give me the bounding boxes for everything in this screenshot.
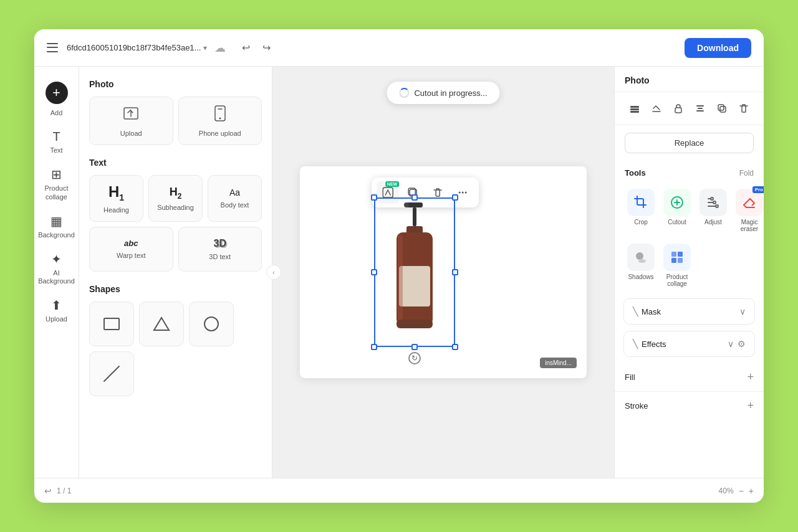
tool-product-collage[interactable]: Product collage	[661, 240, 693, 291]
tool-shadows[interactable]: Shadows	[625, 240, 657, 291]
toolbar-item-background[interactable]: ▦ Background	[39, 209, 74, 244]
zoom-out-button[interactable]: −	[739, 486, 744, 496]
handle-middle-right[interactable]	[452, 269, 458, 275]
subheading-item[interactable]: H2 Subheading	[148, 175, 203, 222]
file-title[interactable]: 6fdcd160051019bc18f73b4fe53ae1... ▾	[67, 43, 207, 52]
svg-rect-25	[698, 108, 703, 109]
mask-title: Mask	[642, 307, 739, 316]
svg-point-9	[462, 192, 464, 194]
stroke-label: Stroke	[625, 401, 648, 411]
layers-icon-button[interactable]	[625, 98, 644, 118]
effects-settings-icon: ⚙	[738, 339, 746, 349]
effects-title: Effects	[642, 340, 728, 349]
svg-rect-26	[696, 110, 704, 112]
zoom-in-button[interactable]: +	[749, 486, 754, 496]
fold-button[interactable]: Fold	[739, 169, 754, 178]
crop-icon-box	[627, 189, 655, 216]
undo-bottom-button[interactable]: ↩	[44, 486, 52, 496]
download-button[interactable]: Download	[685, 38, 751, 58]
header-left: 6fdcd160051019bc18f73b4fe53ae1... ▾ ☁	[47, 41, 226, 55]
tool-crop[interactable]: Crop	[625, 185, 657, 236]
svg-rect-12	[413, 207, 416, 226]
left-panel-wrapper: Photo Upload Phone upload	[79, 67, 272, 478]
replace-button[interactable]: Replace	[625, 133, 754, 153]
animate-icon-button[interactable]	[647, 98, 666, 118]
body-text-item[interactable]: Aa Body text	[208, 175, 262, 222]
tool-cutout[interactable]: Cutout	[661, 185, 693, 236]
handle-bottom-right[interactable]	[452, 344, 458, 350]
ai-background-label: AI Background	[38, 269, 75, 285]
adjust-icon-box	[699, 189, 727, 216]
rectangle-shape[interactable]	[89, 302, 134, 346]
cutout-toast: Cutout in progress...	[387, 82, 499, 104]
header-center: ↩ ↪	[238, 39, 274, 56]
canvas-area: Cutout in progress... NEW	[272, 67, 614, 478]
rotate-handle[interactable]: ↻	[408, 352, 421, 364]
threed-text-preview: 3D	[214, 238, 226, 249]
crop-label: Crop	[634, 219, 648, 226]
watermark: insMind...	[540, 358, 577, 368]
heading-item[interactable]: H1 Heading	[89, 175, 143, 222]
line-shape[interactable]	[89, 351, 134, 396]
svg-point-4	[204, 317, 218, 331]
fill-row: Fill +	[615, 363, 764, 391]
hamburger-menu-icon[interactable]	[47, 42, 59, 54]
tool-magic-eraser[interactable]: Pro Magic eraser	[733, 185, 764, 236]
upload-item[interactable]: Upload	[89, 97, 173, 145]
stroke-add-button[interactable]: +	[747, 399, 754, 412]
toolbar-item-upload[interactable]: ⬆ Upload	[39, 293, 74, 328]
svg-rect-34	[671, 252, 676, 257]
warp-text-item[interactable]: abc Warp text	[89, 227, 173, 272]
svg-point-2	[219, 118, 221, 120]
panel-collapse-button[interactable]: ‹	[266, 265, 281, 280]
adjust-label: Adjust	[704, 219, 722, 226]
background-label: Background	[38, 231, 75, 239]
handle-top-left[interactable]	[371, 194, 377, 201]
phone-upload-icon	[213, 105, 228, 126]
bottom-bar: ↩ 1 / 1 40% − +	[34, 478, 764, 503]
text-grid-top: H1 Heading H2 Subheading Aa Body text	[89, 175, 262, 222]
redo-button[interactable]: ↪	[259, 39, 274, 56]
delete-icon-button[interactable]	[734, 98, 754, 118]
mask-accordion-header[interactable]: ╲ Mask ∨	[624, 299, 754, 324]
text-grid-bottom: abc Warp text 3D 3D text	[89, 227, 262, 272]
svg-point-31	[716, 205, 718, 207]
upload-item-label: Upload	[120, 130, 142, 137]
text-label: Text	[50, 146, 62, 154]
handle-top-middle[interactable]	[411, 194, 418, 201]
svg-rect-28	[718, 105, 724, 110]
upload-photo-icon	[122, 105, 140, 126]
pro-badge: Pro	[752, 186, 764, 193]
lock-icon-button[interactable]	[668, 98, 688, 118]
triangle-shape[interactable]	[139, 302, 184, 346]
ai-background-icon: ✦	[51, 252, 62, 267]
selected-image[interactable]: ↻	[374, 197, 455, 347]
phone-upload-item[interactable]: Phone upload	[178, 97, 262, 145]
svg-point-30	[713, 201, 716, 204]
handle-bottom-middle[interactable]	[411, 344, 418, 350]
circle-shape[interactable]	[189, 302, 234, 346]
toolbar-item-add[interactable]: + Add	[39, 77, 74, 122]
handle-middle-left[interactable]	[371, 269, 377, 275]
text-section-title: Text	[89, 158, 262, 168]
chevron-down-icon: ▾	[203, 44, 207, 52]
toolbar-item-text[interactable]: T Text	[39, 125, 74, 159]
undo-button[interactable]: ↩	[238, 39, 254, 56]
svg-rect-17	[399, 266, 430, 306]
align-icon-button[interactable]	[691, 98, 710, 118]
toolbar-item-product-collage[interactable]: ⊞ Product collage	[39, 162, 74, 206]
effects-accordion-header[interactable]: ╲ Effects ∨ ⚙	[624, 331, 754, 356]
copy-icon-button[interactable]	[713, 98, 732, 118]
new-badge: NEW	[385, 181, 399, 187]
svg-rect-24	[696, 105, 704, 107]
threed-text-item[interactable]: 3D 3D text	[178, 227, 262, 272]
fill-add-button[interactable]: +	[747, 371, 754, 384]
handle-top-right[interactable]	[452, 194, 458, 201]
toolbar-item-ai-background[interactable]: ✦ AI Background	[39, 247, 74, 290]
grid-icon: ⊞	[51, 167, 62, 182]
shapes-row	[89, 302, 262, 396]
canvas-frame[interactable]: NEW	[300, 166, 587, 378]
fill-label: Fill	[625, 373, 635, 382]
tool-adjust[interactable]: Adjust	[697, 185, 729, 236]
handle-bottom-left[interactable]	[371, 344, 377, 350]
